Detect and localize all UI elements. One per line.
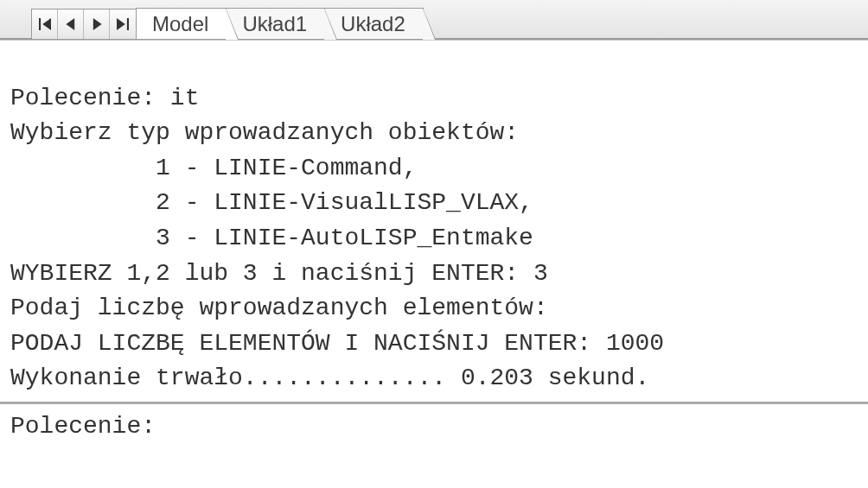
tab-layout1[interactable]: Układ1: [226, 8, 325, 39]
nav-buttons: [31, 9, 137, 39]
command-input[interactable]: [170, 409, 775, 445]
tab-layout2[interactable]: Układ2: [324, 8, 424, 39]
console-line: Podaj liczbę wprowadzanych elementów:: [10, 295, 548, 321]
console-line: PODAJ LICZBĘ ELEMENTÓW I NACIŚNIJ ENTER:…: [10, 330, 664, 357]
command-line: Polecenie:: [0, 402, 868, 450]
nav-next-button[interactable]: [84, 10, 110, 39]
console-line: Wybierz typ wprowadzanych obiektów:: [10, 119, 519, 146]
tab-model[interactable]: Model: [136, 8, 227, 39]
tab-label: Układ2: [341, 12, 405, 35]
last-icon: [117, 18, 129, 30]
console-output: Polecenie: it Wybierz typ wprowadzanych …: [0, 40, 868, 402]
tab-label: Model: [152, 12, 208, 35]
console-line: Wykonanie trwało.............. 0.203 sek…: [10, 364, 649, 391]
tab-bar: Model Układ1 Układ2: [0, 0, 868, 40]
first-icon: [39, 18, 51, 30]
console-line: 1 - LINIE-Command,: [10, 155, 417, 181]
console-line: 2 - LINIE-VisualLISP_VLAX,: [10, 189, 533, 216]
nav-first-button[interactable]: [32, 10, 58, 39]
tab-label: Układ1: [242, 12, 307, 35]
command-prompt-label: Polecenie:: [10, 413, 156, 440]
nav-prev-button[interactable]: [58, 10, 84, 39]
next-icon: [91, 18, 103, 30]
prev-icon: [65, 18, 77, 30]
console-line: 3 - LINIE-AutoLISP_Entmake: [10, 225, 533, 251]
nav-last-button[interactable]: [110, 10, 136, 39]
console-line: Polecenie: it: [10, 85, 199, 111]
console-line: WYBIERZ 1,2 lub 3 i naciśnij ENTER: 3: [10, 260, 548, 287]
